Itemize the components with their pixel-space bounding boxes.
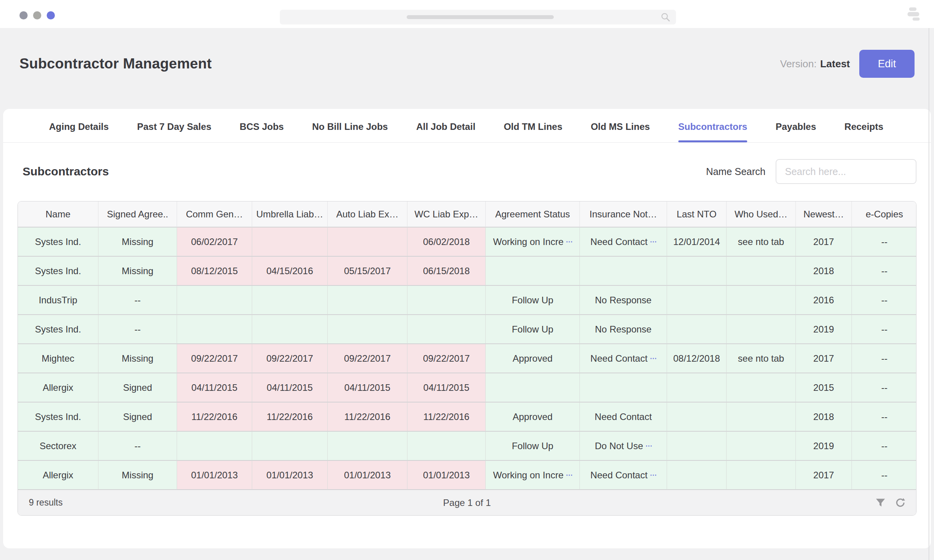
table-cell[interactable]: Sectorex [18, 432, 98, 461]
table-cell[interactable]: 05/15/2017 [328, 257, 407, 286]
table-cell[interactable] [667, 315, 727, 344]
table-cell[interactable]: -- [852, 402, 916, 432]
table-cell[interactable]: -- [852, 228, 916, 257]
table-cell[interactable] [252, 315, 328, 344]
table-cell[interactable] [727, 461, 796, 490]
table-cell[interactable]: Follow Up [486, 432, 580, 461]
table-cell[interactable] [407, 315, 486, 344]
tab-all-job-detail[interactable]: All Job Detail [416, 121, 476, 142]
table-cell[interactable]: Need Contact⋯ [580, 228, 667, 257]
table-cell[interactable]: 04/11/2015 [407, 373, 486, 402]
table-cell[interactable]: -- [852, 373, 916, 402]
table-cell[interactable]: see nto tab [727, 344, 796, 373]
menu-icon[interactable] [907, 7, 921, 22]
table-cell[interactable]: Missing [98, 461, 177, 490]
table-cell[interactable] [727, 432, 796, 461]
table-cell[interactable]: No Response [580, 286, 667, 315]
table-cell[interactable] [727, 257, 796, 286]
table-cell[interactable]: Signed [98, 402, 177, 432]
table-cell[interactable] [486, 373, 580, 402]
column-header[interactable]: e-Copies [852, 201, 916, 228]
table-cell[interactable]: 2019 [796, 432, 852, 461]
table-cell[interactable]: 11/22/2016 [328, 402, 407, 432]
table-cell[interactable] [252, 286, 328, 315]
tab-old-ms-lines[interactable]: Old MS Lines [591, 121, 650, 142]
table-cell[interactable]: -- [852, 286, 916, 315]
edit-button[interactable]: Edit [859, 50, 915, 78]
table-cell[interactable]: Follow Up [486, 286, 580, 315]
tab-past-7-day-sales[interactable]: Past 7 Day Sales [137, 121, 211, 142]
table-cell[interactable]: 09/22/2017 [177, 344, 252, 373]
table-cell[interactable]: Systes Ind. [18, 228, 98, 257]
table-cell[interactable]: 01/01/2013 [177, 461, 252, 490]
more-ellipsis-icon[interactable]: ⋯ [566, 471, 572, 479]
search-icon[interactable] [660, 12, 671, 24]
table-cell[interactable] [328, 315, 407, 344]
window-dot-3[interactable] [47, 11, 55, 19]
filter-funnel-icon[interactable] [876, 498, 885, 508]
more-ellipsis-icon[interactable]: ⋯ [650, 238, 656, 245]
table-cell[interactable]: -- [852, 257, 916, 286]
table-cell[interactable]: -- [852, 344, 916, 373]
table-cell[interactable]: 04/11/2015 [252, 373, 328, 402]
table-cell[interactable]: 2019 [796, 315, 852, 344]
table-cell[interactable]: 01/01/2013 [328, 461, 407, 490]
table-cell[interactable]: Signed [98, 373, 177, 402]
table-cell[interactable]: -- [852, 461, 916, 490]
table-cell[interactable]: Working on Incre⋯ [486, 461, 580, 490]
column-header[interactable]: WC Liab Exp… [407, 201, 486, 228]
table-cell[interactable]: Approved [486, 402, 580, 432]
table-cell[interactable]: Do Not Use⋯ [580, 432, 667, 461]
tab-aging-details[interactable]: Aging Details [49, 121, 109, 142]
table-cell[interactable]: 2015 [796, 373, 852, 402]
refresh-icon[interactable] [895, 497, 906, 508]
column-header[interactable]: Auto Liab Ex… [328, 201, 407, 228]
table-cell[interactable]: 11/22/2016 [407, 402, 486, 432]
more-ellipsis-icon[interactable]: ⋯ [566, 238, 572, 245]
table-cell[interactable] [328, 228, 407, 257]
table-cell[interactable]: Systes Ind. [18, 315, 98, 344]
table-cell[interactable]: 2018 [796, 257, 852, 286]
scrollbar-track[interactable] [929, 28, 929, 560]
table-cell[interactable] [252, 432, 328, 461]
table-cell[interactable] [727, 315, 796, 344]
table-cell[interactable] [580, 373, 667, 402]
table-cell[interactable]: 2017 [796, 228, 852, 257]
tab-payables[interactable]: Payables [776, 121, 816, 142]
table-cell[interactable]: 01/01/2013 [407, 461, 486, 490]
table-cell[interactable]: 09/22/2017 [407, 344, 486, 373]
table-cell[interactable]: 08/12/2015 [177, 257, 252, 286]
table-cell[interactable]: Working on Incre⋯ [486, 228, 580, 257]
table-cell[interactable] [328, 286, 407, 315]
table-cell[interactable]: 12/01/2014 [667, 228, 727, 257]
table-cell[interactable] [328, 432, 407, 461]
table-cell[interactable]: 06/15/2018 [407, 257, 486, 286]
table-cell[interactable]: 01/01/2013 [252, 461, 328, 490]
table-cell[interactable]: Systes Ind. [18, 402, 98, 432]
table-cell[interactable]: 2018 [796, 402, 852, 432]
table-cell[interactable] [667, 402, 727, 432]
table-cell[interactable]: 2016 [796, 286, 852, 315]
table-cell[interactable]: see nto tab [727, 228, 796, 257]
table-cell[interactable]: 09/22/2017 [252, 344, 328, 373]
table-cell[interactable] [727, 373, 796, 402]
tab-old-tm-lines[interactable]: Old TM Lines [504, 121, 562, 142]
table-cell[interactable] [407, 432, 486, 461]
more-ellipsis-icon[interactable]: ⋯ [646, 442, 652, 450]
column-header[interactable]: Agreement Status [486, 201, 580, 228]
table-cell[interactable] [177, 432, 252, 461]
table-cell[interactable] [580, 257, 667, 286]
table-cell[interactable]: No Response [580, 315, 667, 344]
tab-bcs-jobs[interactable]: BCS Jobs [240, 121, 284, 142]
table-cell[interactable]: 04/11/2015 [177, 373, 252, 402]
table-cell[interactable]: 08/12/2018 [667, 344, 727, 373]
table-cell[interactable]: Missing [98, 228, 177, 257]
column-header[interactable]: Newest… [796, 201, 852, 228]
table-cell[interactable]: 2017 [796, 344, 852, 373]
column-header[interactable]: Who Used… [727, 201, 796, 228]
table-cell[interactable]: Systes Ind. [18, 257, 98, 286]
column-header[interactable]: Signed Agree.. [98, 201, 177, 228]
table-cell[interactable] [667, 286, 727, 315]
tab-receipts[interactable]: Receipts [844, 121, 883, 142]
table-cell[interactable]: Allergix [18, 373, 98, 402]
